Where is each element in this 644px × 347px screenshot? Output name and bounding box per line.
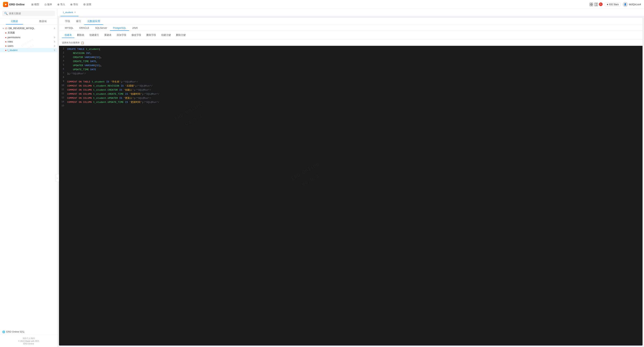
db-name: DB_REVERSE_MYSQL xyxy=(8,27,34,30)
action-create-index[interactable]: 创建索引 xyxy=(87,32,102,38)
nav-export-label: 导出 xyxy=(73,3,78,6)
code-line-13: 13 COMMENT ON COLUMN t_student.UPDATER I… xyxy=(59,96,642,100)
sidebar-item-roles[interactable]: ■ roles 8 xyxy=(0,39,57,44)
table-icon: ■ xyxy=(5,45,6,47)
item-count: 9 xyxy=(54,36,55,38)
copy-button[interactable]: 📋 xyxy=(81,41,84,44)
search-wrap[interactable]: 🔍 xyxy=(2,11,55,16)
action-tabs: 创建表 删除表 创建索引 重建表 添加字段 修改字段 删除字段 创建主键 删除主… xyxy=(59,31,642,40)
nav-export[interactable]: ⊕ 导出 xyxy=(68,2,80,7)
app-title: ERD Online xyxy=(9,3,25,6)
db-tab-postgresql[interactable]: PostgreSQL xyxy=(110,25,129,31)
code-line-9: 9 COMMENT ON TABLE t_student IS '学生表';/*… xyxy=(59,80,642,84)
sidebar-item-t-student[interactable]: ■ t_student 5 xyxy=(0,48,57,52)
db-tab-oracle[interactable]: ORACLE xyxy=(76,25,92,31)
code-line-5: 5 UPDATER VARCHAR(32), xyxy=(59,64,642,68)
code-line-15: 15 xyxy=(59,104,642,108)
search-input[interactable] xyxy=(9,12,53,15)
item-count: 5 xyxy=(54,49,55,51)
svg-rect-3 xyxy=(592,5,593,6)
stars-badge[interactable]: ★ 632 Stars xyxy=(605,2,620,6)
line-num: 1 xyxy=(59,47,66,50)
line-content: CREATE_TIME DATE, xyxy=(66,59,642,64)
search-icon: 🔍 xyxy=(4,12,8,15)
code-editor[interactable]: ERD OnlineV4.0.3 ERD OnlineV4.0.3 1 CREA… xyxy=(59,46,642,346)
svg-rect-5 xyxy=(596,3,598,6)
forum-label: ERD Online 论坛 xyxy=(6,330,24,334)
tabs-bar: t_student ✕ xyxy=(58,9,644,16)
nav-import-label: 导入 xyxy=(60,3,65,6)
tab-t-student[interactable]: t_student ✕ xyxy=(60,9,78,16)
sidebar-item-relations[interactable]: ■ 关系图 xyxy=(0,30,57,35)
tree-db-root[interactable]: ▼ 🗃 DB_REVERSE_MYSQL 4 xyxy=(0,26,57,30)
grid-view-icon[interactable] xyxy=(589,2,593,6)
line-content: COMMENT ON COLUMN t_student.UPDATER IS '… xyxy=(66,96,642,100)
code-line-2: 2 REVISION INT, xyxy=(59,51,642,55)
line-num: 6 xyxy=(59,68,66,70)
script-note-text: 该脚本为全量脚本 xyxy=(62,41,80,44)
forum-link[interactable]: 🌐 ERD Online 论坛 xyxy=(0,329,57,335)
line-content: UPDATE_TIME DATE xyxy=(66,68,642,72)
sidebar-item-users[interactable]: ■ users 9 xyxy=(0,44,57,48)
relation-icon: ■ xyxy=(5,32,6,34)
line-num: 4 xyxy=(59,59,66,62)
action-drop-table[interactable]: 删除表 xyxy=(74,32,87,38)
navbar: ◆ ERD Online ⊞ 模型 ◷ 版本 ⊕ 导入 ⊕ 导出 ⚙ 设置 xyxy=(0,0,644,9)
footer-line1: 演示个人项目 xyxy=(2,337,55,340)
tab-close-button[interactable]: ✕ xyxy=(74,11,76,13)
editor-watermark: ERD OnlineV4.0.3 xyxy=(289,159,327,193)
user-info[interactable]: 👤 tidJQvLso4 xyxy=(623,2,641,7)
nav-model[interactable]: ⊞ 模型 xyxy=(29,2,41,7)
line-num: 11 xyxy=(59,88,66,91)
line-num: 12 xyxy=(59,92,66,95)
export-icon: ⊕ xyxy=(70,3,72,6)
action-create-table[interactable]: 创建表 xyxy=(62,32,74,38)
nav-version[interactable]: ◷ 版本 xyxy=(42,2,54,7)
action-drop-pk[interactable]: 删除主键 xyxy=(174,32,188,38)
model-icon: ⊞ xyxy=(31,3,34,6)
sub-tab-fields[interactable]: 字段 xyxy=(62,18,73,25)
split-view-icon[interactable] xyxy=(594,2,598,6)
action-drop-field[interactable]: 删除字段 xyxy=(144,32,158,38)
tab-domain[interactable]: 数据域 xyxy=(29,18,58,24)
line-content: COMMENT ON COLUMN t_student.UPDATE_TIME … xyxy=(66,100,642,104)
sub-tab-metadata[interactable]: 元数据应用 xyxy=(84,18,103,25)
tab-label: t_student xyxy=(63,11,73,14)
nav-settings[interactable]: ⚙ 设置 xyxy=(81,2,94,7)
db-tab-mysql[interactable]: MYSQL xyxy=(62,25,76,31)
star-icon: ★ xyxy=(606,3,608,6)
avatar: 👤 xyxy=(623,2,628,7)
sidebar-tabs: 元数据 数据域 xyxy=(0,18,57,25)
notification-icon[interactable]: G xyxy=(599,2,603,6)
sidebar-item-label: users xyxy=(8,44,14,47)
table-icon: ■ xyxy=(5,36,6,38)
content-area: t_student ✕ 字段 索引 元数据应用 MYSQL ORACLE SQL… xyxy=(58,9,644,347)
import-icon: ⊕ xyxy=(57,3,60,6)
tab-metadata[interactable]: 元数据 xyxy=(0,18,29,24)
db-tab-sqlserver[interactable]: SQLServer xyxy=(92,25,110,31)
sub-tab-index[interactable]: 索引 xyxy=(73,18,84,25)
db-tab-java[interactable]: JAVA xyxy=(129,25,141,31)
grid-icons: G xyxy=(589,2,603,6)
footer-line2: © 2022 Made with 零代 xyxy=(2,340,55,343)
forum-icon: 🌐 xyxy=(2,331,5,333)
table-icon: ■ xyxy=(5,49,6,51)
action-rebuild-table[interactable]: 重建表 xyxy=(102,32,114,38)
sidebar-item-permissions[interactable]: ■ permissions 9 xyxy=(0,35,57,39)
line-num: 10 xyxy=(59,84,66,87)
action-modify-field[interactable]: 修改字段 xyxy=(129,32,144,38)
app-logo[interactable]: ◆ ERD Online xyxy=(3,2,25,7)
logo-icon: ◆ xyxy=(3,2,8,7)
sidebar-item-label: permissions xyxy=(8,36,20,39)
editor-panel: 字段 索引 元数据应用 MYSQL ORACLE SQLServer Postg… xyxy=(59,18,642,346)
navbar-menu: ⊞ 模型 ◷ 版本 ⊕ 导入 ⊕ 导出 ⚙ 设置 xyxy=(29,2,94,7)
line-content: CREATOR VARCHAR(32), xyxy=(66,55,642,59)
action-create-pk[interactable]: 创建主键 xyxy=(158,32,174,38)
navbar-left: ◆ ERD Online ⊞ 模型 ◷ 版本 ⊕ 导入 ⊕ 导出 ⚙ 设置 xyxy=(3,2,94,7)
code-line-8: 8 xyxy=(59,76,642,80)
sidebar-search: 🔍 xyxy=(0,9,57,18)
nav-import[interactable]: ⊕ 导入 xyxy=(55,2,67,7)
line-content: UPDATER VARCHAR(32), xyxy=(66,64,642,68)
sidebar-item-label: 关系图 xyxy=(8,31,15,34)
action-add-field[interactable]: 添加字段 xyxy=(114,32,129,38)
